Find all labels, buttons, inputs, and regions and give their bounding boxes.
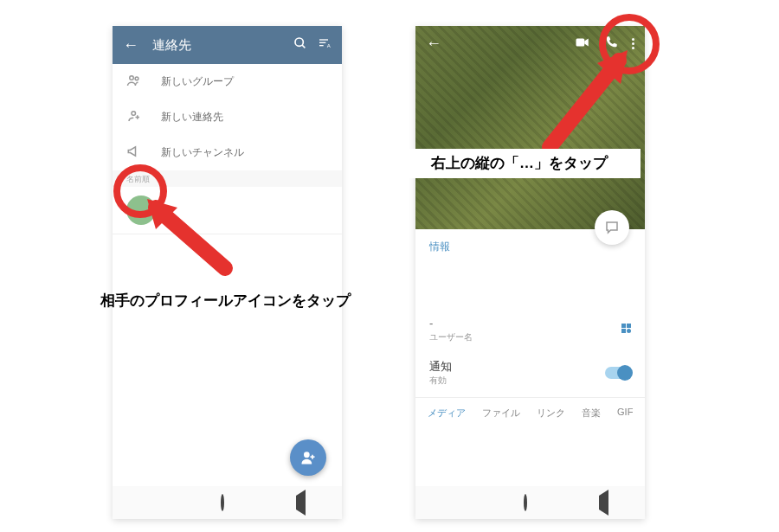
android-nav-bar	[113, 486, 342, 519]
tab-music[interactable]: 音楽	[582, 407, 601, 420]
tab-media[interactable]: メディア	[428, 407, 466, 420]
add-contact-icon	[126, 108, 147, 126]
svg-point-6	[130, 76, 134, 80]
annotation-caption-right: 右上の縦の「…」をタップ	[398, 149, 641, 178]
menu-new-group[interactable]: 新しいグループ	[113, 64, 342, 99]
header-title: 連絡先	[152, 37, 283, 54]
menu-list: 新しいグループ 新しい連絡先 新しいチャンネル	[113, 64, 342, 170]
nav-home-icon[interactable]	[524, 496, 527, 510]
group-icon	[126, 73, 147, 91]
svg-text:A: A	[327, 43, 331, 48]
nav-home-icon[interactable]	[221, 496, 224, 510]
menu-label: 新しい連絡先	[161, 110, 223, 125]
android-nav-bar	[415, 486, 645, 519]
search-icon[interactable]	[293, 36, 307, 54]
sort-icon[interactable]: A	[318, 36, 332, 54]
tab-gif[interactable]: GIF	[617, 407, 633, 420]
svg-point-7	[135, 77, 138, 80]
svg-point-0	[295, 38, 303, 46]
svg-rect-14	[576, 38, 585, 46]
menu-label: 新しいグループ	[161, 74, 234, 89]
new-contact-fab[interactable]	[290, 439, 326, 476]
header-bar: ← 連絡先 A	[113, 26, 342, 64]
tab-file[interactable]: ファイル	[482, 407, 520, 420]
svg-point-11	[304, 452, 310, 458]
username-value: -	[429, 317, 631, 330]
media-tabs: メディア ファイル リンク 音楽 GIF	[415, 397, 645, 428]
menu-label: 新しいチャンネル	[161, 145, 244, 160]
message-fab[interactable]	[595, 210, 629, 245]
username-field[interactable]: - ユーザー名	[429, 311, 631, 352]
svg-line-1	[302, 45, 305, 48]
username-label: ユーザー名	[429, 331, 631, 343]
notification-toggle[interactable]	[605, 367, 631, 379]
nav-back-icon[interactable]	[296, 496, 306, 510]
qr-icon[interactable]	[621, 317, 631, 333]
notif-value: 有効	[429, 375, 452, 387]
menu-new-contact[interactable]: 新しい連絡先	[113, 99, 342, 135]
notif-label: 通知	[429, 359, 452, 375]
tab-link[interactable]: リンク	[537, 407, 565, 420]
svg-point-8	[132, 112, 136, 116]
back-icon[interactable]: ←	[426, 35, 441, 53]
notification-row[interactable]: 通知 有効	[429, 352, 631, 397]
profile-body: - ユーザー名 通知 有効	[415, 260, 645, 397]
annotation-arrow-right	[532, 48, 636, 160]
annotation-caption-left: 相手のプロフィールアイコンをタップ	[78, 290, 372, 312]
annotation-arrow-left	[143, 195, 247, 281]
nav-back-icon[interactable]	[599, 496, 608, 510]
megaphone-icon	[126, 144, 147, 162]
back-icon[interactable]: ←	[123, 36, 138, 54]
